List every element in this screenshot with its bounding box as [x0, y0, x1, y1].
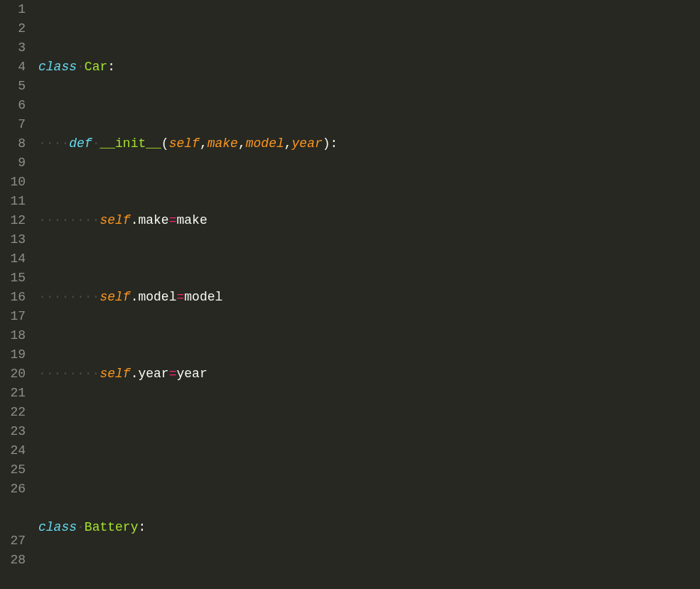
- line-number: 26: [6, 480, 26, 499]
- line-number: 9: [6, 153, 26, 173]
- line-number: 27: [6, 531, 26, 551]
- line-number: 23: [6, 422, 26, 441]
- line-number: 7: [6, 115, 26, 134]
- line-number: 13: [6, 230, 26, 249]
- code-line[interactable]: ········self.model=model: [38, 288, 700, 307]
- line-number: 6: [6, 96, 26, 115]
- code-line[interactable]: class·Battery:: [38, 518, 700, 537]
- line-number: 20: [6, 364, 26, 384]
- code-area[interactable]: class·Car: ····def·__init__(self,make,mo…: [36, 0, 700, 589]
- line-number: 3: [6, 38, 26, 58]
- line-number: 22: [6, 403, 26, 422]
- line-number: 12: [6, 211, 26, 230]
- line-number: 15: [6, 269, 26, 288]
- line-number: 11: [6, 192, 26, 211]
- line-number: 24: [6, 441, 26, 460]
- line-number: 8: [6, 134, 26, 153]
- line-number: 2: [6, 19, 26, 38]
- line-number: 28: [6, 551, 26, 570]
- code-line[interactable]: class·Car:: [38, 58, 700, 77]
- line-number: 18: [6, 326, 26, 345]
- code-line[interactable]: [38, 441, 700, 460]
- code-line[interactable]: ········self.year=year: [38, 364, 700, 384]
- line-number: 17: [6, 307, 26, 326]
- code-line[interactable]: ········self.make=make: [38, 211, 700, 230]
- code-editor[interactable]: 1 2 3 4 5 6 7 8 9 10 11 12 13 14 15 16 1…: [0, 0, 700, 589]
- line-number: 25: [6, 460, 26, 480]
- line-number: 14: [6, 249, 26, 269]
- line-number: 1: [6, 0, 26, 19]
- line-number: 21: [6, 384, 26, 403]
- line-number: 19: [6, 345, 26, 364]
- line-number-gutter: 1 2 3 4 5 6 7 8 9 10 11 12 13 14 15 16 1…: [0, 0, 36, 589]
- line-number: 5: [6, 77, 26, 96]
- code-line[interactable]: ····def·__init__(self,make,model,year):: [38, 134, 700, 153]
- line-number: 10: [6, 173, 26, 192]
- line-number: 16: [6, 288, 26, 307]
- line-number: 4: [6, 58, 26, 77]
